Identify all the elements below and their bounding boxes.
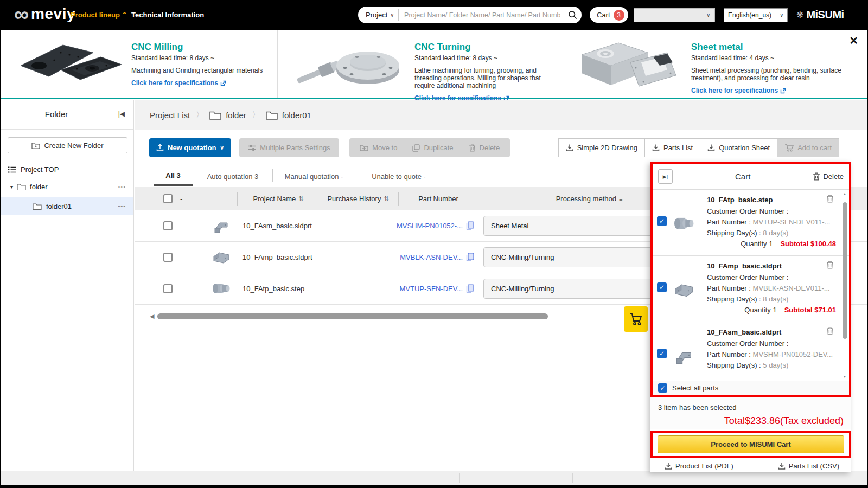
download-icon bbox=[665, 462, 672, 470]
copy-icon[interactable] bbox=[466, 221, 474, 230]
folder-sidebar: Folder |◀ Create New Folder Project TOP … bbox=[1, 100, 134, 471]
folder-more-menu[interactable]: ••• bbox=[118, 183, 126, 190]
app-window: ∞ meviy Product lineup⌃ Technical Inform… bbox=[1, 0, 867, 485]
folder-more-menu[interactable]: ••• bbox=[118, 203, 126, 209]
add-to-cart-button[interactable]: Add to cart bbox=[777, 138, 839, 157]
column-processing-method[interactable]: Processing method ≡ bbox=[556, 195, 623, 203]
row-checkbox[interactable] bbox=[163, 284, 173, 293]
breadcrumb-project-list[interactable]: Project List bbox=[150, 111, 190, 120]
trash-icon[interactable] bbox=[826, 327, 834, 335]
proceed-highlight-box: Proceed to MISUMI Cart bbox=[650, 431, 851, 458]
new-quotation-button[interactable]: New quotation ∨ bbox=[149, 138, 231, 157]
meviy-logo[interactable]: ∞ meviy bbox=[14, 4, 75, 24]
sidebar-item-folder[interactable]: ▾ folder ••• bbox=[1, 178, 133, 195]
simple-2d-drawing-button[interactable]: Simple 2D Drawing bbox=[558, 138, 645, 157]
shipping-line: Shipping Day(s) : 8 day(s) bbox=[707, 294, 836, 305]
floating-cart-button[interactable] bbox=[624, 306, 648, 332]
product-list-pdf-link[interactable]: Product List (PDF) bbox=[665, 462, 733, 470]
banner-spec-link[interactable]: Click here for specifications bbox=[691, 87, 854, 94]
subtotal: Subtotal $100.48 bbox=[780, 240, 836, 248]
scrollbar-thumb[interactable] bbox=[843, 202, 847, 339]
header-cart-button[interactable]: Cart 3 bbox=[590, 7, 628, 23]
meviy-infinity-icon: ∞ bbox=[14, 4, 29, 24]
part-number-link[interactable]: MVSHM-PN01052-... bbox=[381, 222, 463, 230]
cart-count-badge: 3 bbox=[614, 10, 624, 21]
sidebar-item-folder01[interactable]: folder01 ••• bbox=[1, 197, 133, 215]
column-project-name[interactable]: Project Name ⇅ bbox=[253, 195, 304, 203]
select-all-parts-row: ✓ Select all parts bbox=[653, 381, 849, 395]
sidebar-collapse-icon[interactable]: |◀ bbox=[118, 110, 125, 118]
banner-description: Sheet metal processing (punching, bendin… bbox=[691, 67, 854, 82]
cart-item-checkbox[interactable]: ✓ bbox=[657, 282, 667, 292]
sliders-icon bbox=[248, 144, 256, 151]
folder-icon bbox=[209, 111, 221, 120]
duplicate-button[interactable]: Duplicate bbox=[412, 144, 453, 152]
banner-title: Sheet metal bbox=[691, 42, 854, 53]
parts-list-csv-link[interactable]: Parts List (CSV) bbox=[778, 462, 839, 470]
create-new-folder-button[interactable]: Create New Folder bbox=[8, 137, 127, 153]
search-button[interactable] bbox=[563, 10, 582, 20]
banner-spec-link[interactable]: Click here for specifications bbox=[131, 79, 270, 87]
copy-icon[interactable] bbox=[466, 253, 474, 261]
part-number-link[interactable]: MVTUP-SFN-DEV... bbox=[381, 285, 463, 293]
header-account-select[interactable]: ∨ bbox=[634, 8, 715, 22]
expander-icon[interactable]: ▾ bbox=[10, 184, 13, 190]
select-all-parts-checkbox[interactable]: ✓ bbox=[658, 383, 667, 393]
row-checkbox[interactable] bbox=[163, 221, 173, 230]
project-name: 10_FAtp_basic.step bbox=[242, 285, 304, 293]
scroll-down-icon[interactable]: ▼ bbox=[843, 375, 847, 378]
language-select[interactable]: English(en_us) ∨ bbox=[724, 8, 788, 22]
scrollbar-thumb[interactable] bbox=[157, 313, 548, 319]
part-number-link[interactable]: MVBLK-ASN-DEV... bbox=[381, 253, 463, 261]
select-all-checkbox[interactable] bbox=[163, 194, 173, 203]
trash-icon[interactable] bbox=[826, 261, 834, 269]
row-checkbox[interactable] bbox=[163, 253, 173, 262]
part-number-line: Part Number : MVTUP-SFN-DEV011-... bbox=[707, 217, 836, 228]
search-category-select[interactable]: Project ∨ bbox=[358, 11, 398, 19]
parts-list-button[interactable]: Parts List bbox=[644, 138, 700, 157]
proceed-to-misumi-cart-button[interactable]: Proceed to MISUMI Cart bbox=[658, 435, 844, 453]
move-to-button[interactable]: Move to bbox=[360, 144, 397, 152]
scroll-left-icon[interactable]: ◀ bbox=[150, 313, 154, 320]
multiple-parts-settings-button[interactable]: Multiple Parts Settings bbox=[239, 138, 339, 157]
trash-icon bbox=[813, 172, 820, 181]
column-dash: - bbox=[180, 195, 182, 203]
banner-title: CNC Milling bbox=[131, 42, 270, 53]
subtotal: Subtotal $71.01 bbox=[784, 306, 836, 314]
part-number-value: MVBLK-ASN-DEV011-... bbox=[753, 284, 830, 292]
project-name: 10_FAmp_basic.sldprt bbox=[242, 253, 312, 261]
quotation-sheet-button[interactable]: Quotation Sheet bbox=[700, 138, 777, 157]
delete-button[interactable]: Delete bbox=[469, 144, 500, 152]
trash-icon[interactable] bbox=[826, 195, 834, 203]
search-input[interactable] bbox=[399, 11, 563, 19]
cart-collapse-button[interactable]: ▶| bbox=[658, 169, 673, 184]
tab-auto-quotation[interactable]: Auto quotation 3 bbox=[193, 166, 272, 186]
tab-manual-quotation[interactable]: Manual quotation - bbox=[273, 166, 355, 186]
nav-technical-information[interactable]: Technical Information bbox=[131, 11, 204, 19]
list-icon bbox=[8, 166, 16, 173]
cart-item: 10_FAsm_basic.sldprt ✓ Customer Order Nu… bbox=[653, 322, 849, 381]
breadcrumb-folder[interactable]: folder bbox=[209, 111, 246, 120]
sheet-metal-image bbox=[566, 34, 683, 94]
horizontal-scrollbar: ◀ bbox=[150, 313, 556, 320]
breadcrumb-folder01[interactable]: folder01 bbox=[266, 111, 311, 120]
copy-icon[interactable] bbox=[466, 284, 474, 293]
cart-icon bbox=[629, 313, 643, 326]
cart-item-checkbox[interactable]: ✓ bbox=[657, 216, 667, 226]
cart-item-checkbox[interactable]: ✓ bbox=[657, 349, 667, 358]
banner-close-button[interactable]: ✕ bbox=[849, 34, 858, 47]
folder-icon bbox=[33, 203, 42, 210]
sidebar-item-project-top[interactable]: Project TOP bbox=[8, 165, 133, 174]
scroll-up-icon[interactable]: ▲ bbox=[843, 192, 847, 196]
cart-delete-button[interactable]: Delete bbox=[813, 172, 844, 181]
cnc-milling-image bbox=[11, 34, 126, 94]
project-name: 10_FAsm_basic.sldprt bbox=[242, 222, 312, 230]
column-purchase-history[interactable]: Purchase History ⇅ bbox=[327, 195, 388, 203]
banner-card-cnc-turning: CNC Turning Standard lead time: 8 days ~… bbox=[278, 30, 554, 98]
misumi-logo[interactable]: ❋ MiSUMi bbox=[796, 9, 844, 21]
tab-all[interactable]: All 3 bbox=[154, 166, 193, 186]
quantity: Quantity 1 bbox=[741, 240, 773, 248]
tab-unable-to-quote[interactable]: Unable to quote - bbox=[355, 166, 442, 186]
nav-product-lineup[interactable]: Product lineup⌃ bbox=[71, 11, 127, 19]
global-search: Project ∨ bbox=[358, 7, 582, 23]
